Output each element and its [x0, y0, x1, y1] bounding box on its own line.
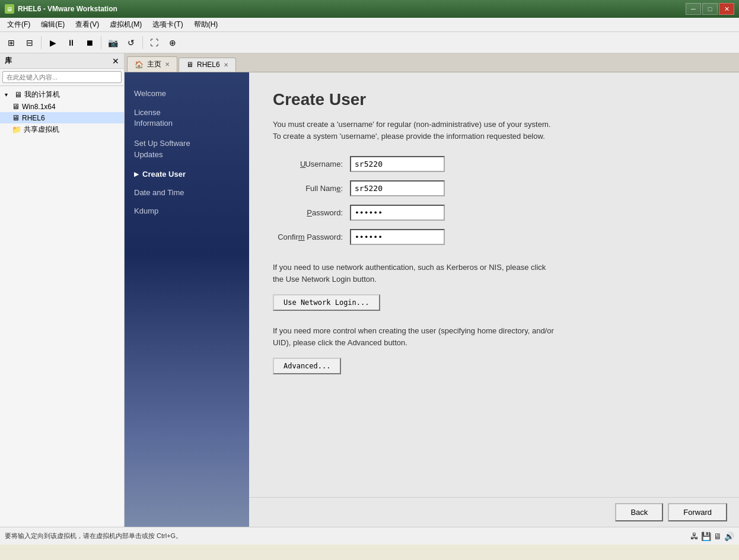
computer-icon: 🖥: [14, 90, 22, 99]
status-bar: 要将输入定向到该虚拟机，请在虚拟机内部单击或按 Ctrl+G。 🖧 💾 🖥 🔊: [0, 527, 739, 545]
tab-bar: 🏠 主页 ✕ 🖥 RHEL6 ✕: [125, 53, 739, 72]
confirm-password-label: Confirm Password:: [273, 233, 350, 241]
tab-home[interactable]: 🏠 主页 ✕: [127, 56, 177, 72]
speaker-icon: 🔊: [724, 532, 734, 541]
advanced-note: If you need more control when creating t…: [273, 325, 558, 348]
toolbar-unity-btn[interactable]: ⊕: [164, 34, 181, 51]
status-text: 要将输入定向到该虚拟机，请在虚拟机内部单击或按 Ctrl+G。: [5, 532, 182, 540]
nav-kdump-label: Kdump: [134, 206, 158, 215]
tree-item-my-computer[interactable]: ▾ 🖥 我的计算机: [0, 88, 124, 101]
nav-license-label: LicenseInformation: [134, 107, 173, 129]
library-tree: ▾ 🖥 我的计算机 🖥 Win8.1x64 🖥 RHEL6 📁 共享虚拟机: [0, 86, 124, 527]
fullname-label: Full Name:: [273, 184, 350, 193]
use-network-login-button[interactable]: Use Network Login...: [273, 294, 380, 311]
network-icon: 🖧: [690, 532, 699, 541]
toolbar-btn-2[interactable]: ⊟: [21, 34, 39, 51]
tree-expand-icon: ▾: [5, 91, 12, 98]
password-label: Password:: [273, 208, 350, 217]
tab-rhel6-label: RHEL6: [197, 61, 220, 69]
tree-item-rhel6[interactable]: 🖥 RHEL6: [0, 112, 124, 123]
nav-license[interactable]: LicenseInformation: [125, 103, 249, 133]
toolbar-fullscreen-btn[interactable]: ⛶: [145, 34, 163, 51]
page-description: You must create a 'username' for regular…: [273, 119, 558, 142]
close-button[interactable]: ✕: [719, 3, 734, 15]
toolbar-pause-btn[interactable]: ⏸: [62, 34, 80, 51]
vm-icon: 🖥: [12, 102, 20, 111]
menu-bar: 文件(F) 编辑(E) 查看(V) 虚拟机(M) 选项卡(T) 帮助(H): [0, 18, 739, 32]
tab-rhel6-close[interactable]: ✕: [224, 62, 228, 68]
toolbar-group-1: ⊞ ⊟: [2, 34, 39, 51]
advanced-button[interactable]: Advanced...: [273, 358, 341, 374]
toolbar-snapshot-btn[interactable]: 📷: [104, 34, 122, 51]
menu-tab[interactable]: 选项卡(T): [148, 18, 187, 31]
confirm-password-row: Confirm Password:: [273, 229, 715, 245]
window-controls: ─ □ ✕: [686, 3, 734, 15]
toolbar-group-2: ▶ ⏸ ⏹: [44, 34, 98, 51]
minimize-button[interactable]: ─: [686, 3, 701, 15]
nav-date-time-label: Date and Time: [134, 188, 184, 197]
menu-file[interactable]: 文件(F): [2, 18, 35, 31]
password-input[interactable]: [350, 205, 445, 221]
toolbar-power-btn[interactable]: ▶: [44, 34, 62, 51]
tab-area: 🏠 主页 ✕ 🖥 RHEL6 ✕ Welcome LicenseInformat…: [125, 53, 739, 527]
fullname-input[interactable]: [350, 180, 445, 196]
tab-home-close[interactable]: ✕: [165, 61, 170, 68]
library-title: 库: [5, 56, 12, 66]
content-area: Welcome LicenseInformation Set Up Softwa…: [125, 72, 739, 527]
forward-button[interactable]: Forward: [668, 503, 727, 521]
window-title: RHEL6 - VMware Workstation: [18, 5, 117, 13]
main-container: 库 ✕ ▾ 🖥 我的计算机 🖥 Win8.1x64 🖥 RHEL6 📁 共享虚拟…: [0, 53, 739, 527]
tab-home-label: 主页: [147, 59, 161, 69]
library-search-input[interactable]: [2, 71, 122, 83]
maximize-button[interactable]: □: [702, 3, 718, 15]
wizard-right-panel: Create User You must create a 'username'…: [249, 72, 739, 527]
toolbar: ⊞ ⊟ ▶ ⏸ ⏹ 📷 ↺ ⛶ ⊕: [0, 32, 739, 53]
tree-item-label: Win8.1x64: [22, 103, 56, 111]
toolbar-revert-btn[interactable]: ↺: [122, 34, 140, 51]
rhel6-tab-icon: 🖥: [186, 61, 193, 69]
back-button[interactable]: Back: [615, 503, 663, 521]
library-search-area: [0, 69, 124, 86]
toolbar-group-3: 📷 ↺: [104, 34, 140, 51]
bottom-bar: Back Forward: [249, 497, 739, 527]
menu-vm[interactable]: 虚拟机(M): [105, 18, 146, 31]
username-label: UUsername:: [273, 160, 350, 168]
username-input[interactable]: [350, 156, 445, 172]
username-row: UUsername:: [273, 156, 715, 172]
nav-date-time[interactable]: Date and Time: [125, 183, 249, 202]
disk-icon: 💾: [701, 532, 711, 541]
menu-edit[interactable]: 编辑(E): [36, 18, 69, 31]
password-row: Password:: [273, 205, 715, 221]
folder-icon: 📁: [12, 125, 21, 134]
nav-software-updates[interactable]: Set Up SoftwareUpdates: [125, 133, 249, 164]
toolbar-btn-1[interactable]: ⊞: [2, 34, 20, 51]
nav-welcome[interactable]: Welcome: [125, 84, 249, 103]
nav-create-user-label: Create User: [142, 170, 186, 179]
menu-help[interactable]: 帮助(H): [189, 18, 223, 31]
library-header: 库 ✕: [0, 53, 124, 69]
library-close-button[interactable]: ✕: [112, 56, 119, 66]
toolbar-sep-2: [101, 36, 101, 49]
nav-create-user[interactable]: Create User: [125, 165, 249, 183]
tab-rhel6[interactable]: 🖥 RHEL6 ✕: [179, 58, 236, 72]
status-icons: 🖧 💾 🖥 🔊: [690, 532, 734, 541]
tree-item-shared-vms[interactable]: 📁 共享虚拟机: [0, 123, 124, 136]
network-note: If you need to use network authenticatio…: [273, 262, 558, 285]
nav-software-label: Set Up SoftwareUpdates: [134, 138, 190, 160]
home-tab-icon: 🏠: [135, 61, 144, 69]
tree-item-label: 我的计算机: [24, 90, 60, 100]
toolbar-stop-btn[interactable]: ⏹: [81, 34, 98, 51]
monitor-icon: 🖥: [713, 532, 722, 541]
vm-icon: 🖥: [12, 113, 20, 122]
nav-kdump[interactable]: Kdump: [125, 202, 249, 220]
tree-item-win81[interactable]: 🖥 Win8.1x64: [0, 101, 124, 112]
wizard-nav: Welcome LicenseInformation Set Up Softwa…: [125, 72, 249, 527]
title-bar: 🖥 RHEL6 - VMware Workstation ─ □ ✕: [0, 0, 739, 18]
library-panel: 库 ✕ ▾ 🖥 我的计算机 🖥 Win8.1x64 🖥 RHEL6 📁 共享虚拟…: [0, 53, 125, 527]
menu-view[interactable]: 查看(V): [71, 18, 104, 31]
toolbar-group-4: ⛶ ⊕: [145, 34, 181, 51]
title-bar-left: 🖥 RHEL6 - VMware Workstation: [5, 4, 117, 14]
confirm-password-input[interactable]: [350, 229, 445, 245]
toolbar-sep-3: [142, 36, 143, 49]
toolbar-sep-1: [41, 36, 42, 49]
